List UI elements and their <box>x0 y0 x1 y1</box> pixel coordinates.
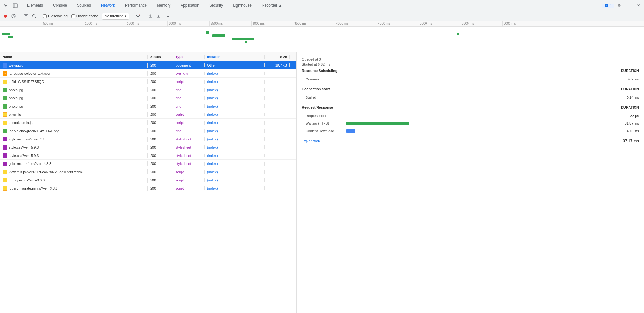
started-at-label: Started at 0.62 ms <box>302 62 639 66</box>
detail-panel: Queued at 0 Started at 0.62 ms Resource … <box>297 52 644 313</box>
close-icon[interactable]: ✕ <box>634 1 643 10</box>
tab-elements[interactable]: Elements <box>22 0 48 11</box>
table-row[interactable]: style.css?ver=5.9.3 200 stylesheet (inde… <box>0 151 296 160</box>
row-type-0: document <box>173 63 205 67</box>
dock-icon[interactable] <box>11 1 20 10</box>
row-initiator-0: Other <box>205 63 265 67</box>
filter-button[interactable] <box>22 13 29 20</box>
table-row[interactable]: photo.jpg 200 png (index) <box>0 102 296 110</box>
script-icon <box>3 120 8 125</box>
waiting-ttfb-bar-fill <box>346 122 409 125</box>
col-header-size[interactable]: Size <box>265 55 290 59</box>
row-status-3: 200 <box>148 88 173 92</box>
tab-console[interactable]: Console <box>48 0 72 11</box>
detail-footer: Explanation 37.17 ms <box>302 139 639 143</box>
col-header-name[interactable]: Name <box>0 55 148 59</box>
ruler-tick-4500ms: 4500 ms <box>377 21 390 26</box>
row-type-6: script <box>173 113 205 116</box>
table-row[interactable]: photo.jpg 200 png (index) <box>0 86 296 94</box>
col-header-type[interactable]: Type <box>173 55 205 59</box>
row-name-3: photo.jpg <box>0 87 148 92</box>
connection-start-title: Connection Start <box>302 87 330 91</box>
table-row[interactable]: gdpr-main-nf.css?ver=4.8.3 200 styleshee… <box>0 160 296 168</box>
table-row[interactable]: wetopi.com 200 document Other 19.7 kB 37… <box>0 61 296 69</box>
row-status-1: 200 <box>148 72 173 75</box>
row-initiator-1: (index) <box>205 72 265 75</box>
stalled-bar <box>346 96 614 99</box>
table-row[interactable]: photo.jpg 200 png (index) <box>0 94 296 102</box>
css-icon <box>3 137 8 142</box>
svg-point-7 <box>33 14 35 17</box>
table-row[interactable]: style.css?ver=5.9.3 200 stylesheet (inde… <box>0 143 296 151</box>
row-name-13: view.min.js?ver=3776ea67846b3bb10fe8f7cd… <box>0 169 148 174</box>
row-name-8: logo-alone-green-114x114-1.png <box>0 128 148 133</box>
upload-icon[interactable] <box>147 13 154 20</box>
tab-performance[interactable]: Performance <box>120 0 152 11</box>
tab-network[interactable]: Network <box>96 0 120 11</box>
cursor-icon[interactable] <box>1 1 10 10</box>
ruler-tick-2000ms: 2000 ms <box>167 21 181 26</box>
table-row[interactable]: style.min.css?ver=5.9.3 200 stylesheet (… <box>0 135 296 143</box>
row-initiator-15: (index) <box>205 186 265 190</box>
col-header-status[interactable]: Status <box>148 55 173 59</box>
row-name-2: js?id=G-5S4RZ6S5QD <box>0 79 148 84</box>
wifi-icon[interactable] <box>134 13 141 20</box>
tab-recorder[interactable]: Recorder ▲ <box>257 0 287 11</box>
table-row[interactable]: js?id=G-5S4RZ6S5QD 200 script (index) <box>0 78 296 86</box>
queueing-bar-line <box>346 77 346 81</box>
table-row[interactable]: jquery.min.js?ver=3.6.0 200 script (inde… <box>0 176 296 184</box>
tab-security[interactable]: Security <box>204 0 228 11</box>
row-type-15: script <box>173 186 205 190</box>
table-row[interactable]: S language-selector-text.svg 200 svg+xml… <box>0 69 296 78</box>
feedback-badge[interactable]: 1 1 <box>602 4 614 8</box>
row-name-14: jquery.min.js?ver=3.6.0 <box>0 178 148 183</box>
record-button[interactable] <box>2 13 9 20</box>
toolbar-separator-4 <box>144 13 144 19</box>
queueing-value: 0.62 ms <box>614 77 639 81</box>
preserve-log-input[interactable] <box>43 14 47 18</box>
explanation-link[interactable]: Explanation <box>302 139 320 143</box>
row-initiator-14: (index) <box>205 178 265 182</box>
tab-sources[interactable]: Sources <box>72 0 96 11</box>
more-options-icon[interactable]: ⋮ <box>624 1 633 10</box>
svg-point-9 <box>138 17 138 17</box>
table-row[interactable]: b.min.js 200 script (index) <box>0 110 296 119</box>
network-table: Name Status Type Initiator Size Time Wat… <box>0 52 297 313</box>
download-icon[interactable] <box>155 13 162 20</box>
throttling-dropdown[interactable]: No throttling ▾ <box>102 13 129 20</box>
table-row[interactable]: logo-alone-green-114x114-1.png 200 png (… <box>0 127 296 135</box>
row-status-2: 200 <box>148 80 173 84</box>
img-icon <box>3 87 8 92</box>
svg-line-6 <box>13 15 15 17</box>
tab-application[interactable]: Application <box>176 0 204 11</box>
row-type-10: stylesheet <box>173 145 205 149</box>
clear-button[interactable] <box>10 13 17 20</box>
request-sent-bar-line <box>346 114 346 118</box>
disable-cache-input[interactable] <box>71 14 75 18</box>
row-initiator-5: (index) <box>205 104 265 108</box>
tab-memory[interactable]: Memory <box>152 0 176 11</box>
waiting-ttfb-value: 31.57 ms <box>614 121 639 125</box>
tab-icon-group <box>1 1 20 10</box>
col-header-initiator[interactable]: Initiator <box>205 55 265 59</box>
ruler-tick-1000ms: 1000 ms <box>84 21 97 26</box>
ruler-tick-4000ms: 4000 ms <box>335 21 348 26</box>
doc-icon <box>3 63 8 68</box>
queueing-bar <box>346 77 614 81</box>
table-row[interactable]: jquery-migrate.min.js?ver=3.3.2 200 scri… <box>0 184 296 192</box>
search-button[interactable] <box>31 13 38 20</box>
svg-point-4 <box>4 15 7 18</box>
resource-scheduling-header: Resource Scheduling DURATION <box>302 69 639 74</box>
table-row[interactable]: view.min.js?ver=3776ea67846b3bb10fe8f7cd… <box>0 168 296 176</box>
tab-lighthouse[interactable]: Lighthouse <box>228 0 257 11</box>
col-header-time[interactable]: Time <box>290 55 297 59</box>
network-settings-icon[interactable]: ⚙ <box>164 13 171 20</box>
devtools-tabs-bar: Elements Console Sources Network Perform… <box>0 0 644 11</box>
table-row[interactable]: js.cookie.min.js 200 script (index) <box>0 119 296 127</box>
settings-icon[interactable]: ⚙ <box>615 1 624 10</box>
img-icon <box>3 128 8 133</box>
disable-cache-checkbox[interactable]: Disable cache <box>71 14 98 18</box>
row-initiator-7: (index) <box>205 121 265 125</box>
content-download-bar-fill <box>346 129 355 133</box>
preserve-log-checkbox[interactable]: Preserve log <box>43 14 68 18</box>
